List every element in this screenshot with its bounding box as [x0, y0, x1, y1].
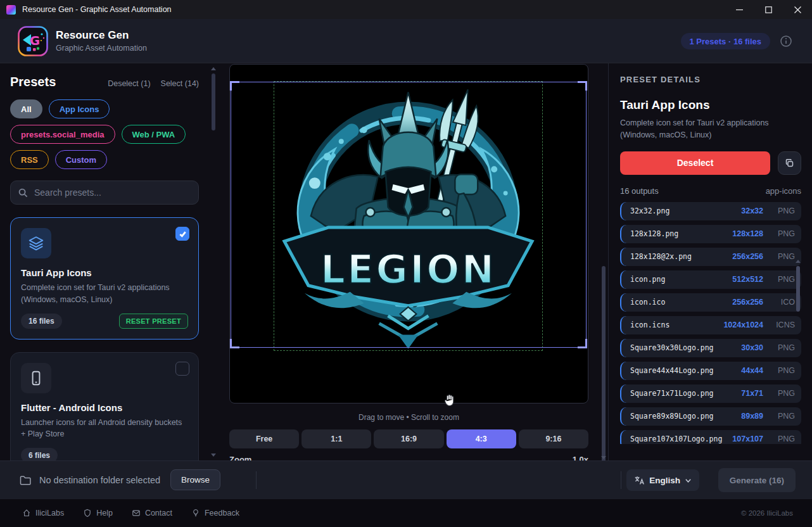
- footer-link-label: Feedback: [205, 509, 239, 517]
- aspect-button-4-3[interactable]: 4:3: [447, 429, 516, 448]
- preset-detail-name: Tauri App Icons: [620, 98, 801, 112]
- center-scrollbar[interactable]: [600, 63, 607, 460]
- output-format: PNG: [770, 252, 795, 261]
- destination-status: No destination folder selected: [39, 475, 160, 485]
- output-row[interactable]: 128x128@2x.png256x256PNG: [620, 248, 801, 266]
- footer-link-contact[interactable]: Contact: [132, 509, 172, 517]
- scroll-up-icon[interactable]: [211, 67, 216, 70]
- scroll-down-icon[interactable]: [211, 454, 216, 457]
- footer-link-label: IliciLabs: [35, 509, 64, 517]
- output-row[interactable]: icon.ico256x256ICO: [620, 293, 801, 312]
- divider: [621, 471, 621, 489]
- minimize-button[interactable]: [725, 0, 754, 19]
- layers-icon: [21, 228, 51, 258]
- deselect-all-link[interactable]: Deselect (1): [108, 79, 150, 88]
- filter-chips: AllApp Iconspresets.social_mediaWeb / PW…: [10, 99, 199, 169]
- sidebar-scrollbar[interactable]: [210, 66, 217, 458]
- minimize-icon: [736, 6, 743, 13]
- crop-handle-bottom-left[interactable]: [230, 339, 239, 348]
- preset-checkbox[interactable]: [175, 362, 189, 376]
- language-selector[interactable]: English: [626, 469, 699, 491]
- aspect-button-16-9[interactable]: 16:9: [374, 429, 443, 448]
- deselect-button[interactable]: Deselect: [620, 151, 770, 175]
- filter-chip-all[interactable]: All: [10, 99, 42, 118]
- app-logo: G: [18, 26, 48, 56]
- output-row[interactable]: Square30x30Logo.png30x30PNG: [620, 339, 801, 357]
- footer-link-ilicilabs[interactable]: IliciLabs: [22, 509, 64, 517]
- image-canvas[interactable]: LEGION: [229, 64, 588, 403]
- output-filename: 32x32.png: [630, 206, 669, 215]
- filter-chip-app-icons[interactable]: App Icons: [49, 99, 110, 118]
- outputs-scrollbar[interactable]: [795, 258, 801, 460]
- output-row[interactable]: icon.png512x512PNG: [620, 270, 801, 289]
- outputs-tag: app-icons: [766, 186, 801, 196]
- maximize-button[interactable]: [754, 0, 783, 19]
- output-dimensions: 128x128: [732, 229, 763, 238]
- scrollbar-thumb[interactable]: [602, 266, 606, 460]
- output-filename: 128x128.png: [630, 229, 678, 238]
- output-row[interactable]: Square71x71Logo.png71x71PNG: [620, 384, 801, 403]
- info-icon: [780, 35, 792, 47]
- search-input[interactable]: [34, 187, 180, 198]
- search-icon: [18, 188, 28, 198]
- output-row[interactable]: 32x32.png32x32PNG: [620, 202, 801, 220]
- output-format: PNG: [770, 435, 795, 443]
- output-row[interactable]: Square89x89Logo.png89x89PNG: [620, 407, 801, 426]
- filter-chip-presets-social-media[interactable]: presets.social_media: [10, 125, 115, 144]
- output-filename: Square44x44Logo.png: [630, 366, 714, 375]
- close-button[interactable]: [783, 0, 812, 19]
- output-filename: Square89x89Logo.png: [630, 412, 714, 421]
- filter-chip-rss[interactable]: RSS: [10, 150, 49, 169]
- crop-handle-top-right[interactable]: [578, 81, 587, 91]
- crop-handle-top-left[interactable]: [230, 81, 239, 91]
- preset-card-flutter-android-icons[interactable]: Flutter - Android IconsLauncher icons fo…: [10, 352, 199, 461]
- aspect-button-free[interactable]: Free: [229, 429, 299, 448]
- copyright: © 2026 IliciLabs: [741, 509, 793, 517]
- folder-icon: [19, 474, 32, 486]
- crop-handle-bottom-right[interactable]: [578, 339, 587, 348]
- output-format: PNG: [770, 206, 795, 215]
- preset-checkbox[interactable]: [175, 227, 189, 241]
- output-dimensions: 256x256: [732, 252, 763, 261]
- filter-chip-web-pwa[interactable]: Web / PWA: [122, 125, 186, 144]
- pan-zoom-hint: Drag to move • Scroll to zoom: [229, 413, 588, 422]
- preset-search[interactable]: [10, 181, 199, 205]
- language-label: English: [649, 476, 680, 485]
- preset-description: Complete icon set for Tauri v2 applicati…: [21, 282, 188, 306]
- output-filename: icon.icns: [630, 321, 669, 329]
- filter-chip-custom[interactable]: Custom: [55, 150, 107, 169]
- app-subtitle: Graphic Asset Automation: [56, 44, 147, 53]
- titlebar[interactable]: Resource Gen - Graphic Asset Automation: [0, 0, 812, 19]
- output-filename: icon.ico: [630, 298, 665, 307]
- aspect-button-1-1[interactable]: 1:1: [301, 429, 371, 448]
- browse-button[interactable]: Browse: [170, 469, 220, 490]
- footer-link-feedback[interactable]: Feedback: [191, 509, 239, 517]
- scrollbar-thumb[interactable]: [212, 73, 215, 130]
- output-row[interactable]: Square107x107Logo.png107x107PNG: [620, 430, 801, 444]
- output-filename: Square30x30Logo.png: [630, 343, 714, 352]
- select-all-link[interactable]: Select (14): [161, 79, 199, 88]
- preset-card-tauri-app-icons[interactable]: Tauri App IconsComplete icon set for Tau…: [10, 217, 199, 340]
- output-row[interactable]: icon.icns1024x1024ICNS: [620, 316, 801, 334]
- presets-sidebar: Presets Deselect (1) Select (14) AllApp …: [0, 63, 220, 460]
- translate-icon: [634, 475, 645, 486]
- preset-details-panel: PRESET DETAILS Tauri App Icons Complete …: [608, 63, 812, 460]
- preset-details-heading: PRESET DETAILS: [620, 75, 801, 84]
- output-format: PNG: [770, 275, 795, 284]
- generate-button[interactable]: Generate (16): [718, 468, 796, 492]
- footer-link-help[interactable]: Help: [83, 509, 113, 517]
- crop-frame[interactable]: [231, 82, 587, 348]
- scroll-down-icon[interactable]: [601, 456, 606, 459]
- reset-preset-button[interactable]: RESET PRESET: [119, 314, 188, 329]
- output-row[interactable]: 128x128.png128x128PNG: [620, 225, 801, 243]
- copy-button[interactable]: [778, 151, 801, 175]
- info-button[interactable]: [780, 35, 792, 47]
- divider: [256, 471, 257, 489]
- zoom-value: 1.0x: [573, 455, 588, 460]
- output-row[interactable]: Square44x44Logo.png44x44PNG: [620, 362, 801, 380]
- aspect-button-9-16[interactable]: 9:16: [519, 429, 588, 448]
- scrollbar-thumb[interactable]: [796, 266, 800, 312]
- scroll-up-icon[interactable]: [796, 260, 801, 263]
- lightbulb-icon: [191, 509, 200, 517]
- preview-panel: LEGION: [220, 63, 608, 460]
